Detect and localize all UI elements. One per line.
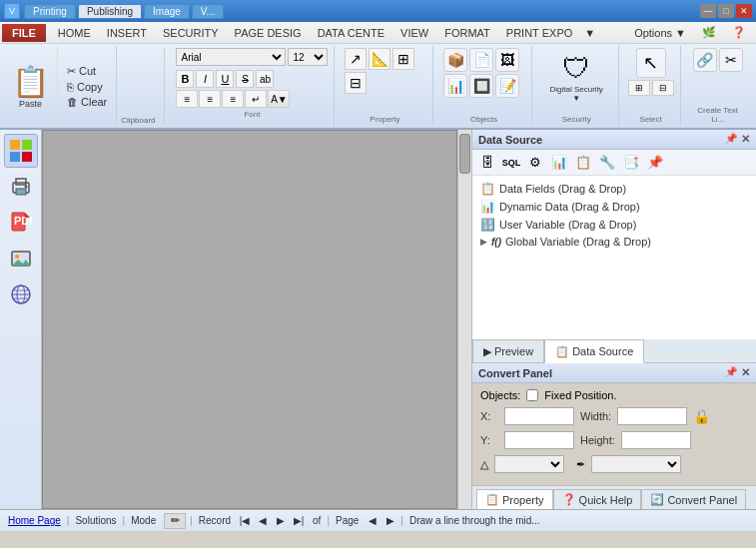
color-squares-tool[interactable] [4,134,38,168]
menu-more[interactable]: ▼ [580,24,599,42]
page-next[interactable]: ▶ [382,513,398,529]
mode-status[interactable]: Mode [127,515,160,526]
convert-pin-button[interactable]: 📌 [725,366,737,379]
ds-tool-sql[interactable]: SQL [500,153,522,173]
text-link-btn2[interactable]: ✂ [719,48,743,72]
menu-options[interactable]: Options ▼ [626,24,694,42]
mode-icon[interactable]: ✏ [164,513,186,529]
title-tab-printing[interactable]: Printing [24,4,76,19]
prop-btn3[interactable]: ⊞ [392,48,414,70]
ds-tool-filter[interactable]: ⚙ [524,153,546,173]
title-tab-image[interactable]: Image [144,4,190,19]
obj-btn4[interactable]: 📊 [443,74,467,98]
page-prev[interactable]: ◀ [365,513,380,529]
prop-btn2[interactable]: 📐 [369,48,390,70]
menu-security[interactable]: SECURITY [155,24,227,42]
pin-button[interactable]: 📌 [725,133,737,146]
scroll-thumb[interactable] [459,134,470,174]
text-link-btn1[interactable]: 🔗 [693,48,717,72]
nav-last[interactable]: ▶| [291,513,307,529]
obj-btn5[interactable]: 🔲 [469,74,493,98]
ds-tool-db[interactable]: 🗄 [476,153,498,173]
maximize-button[interactable]: □ [718,4,734,18]
preview-tab[interactable]: ▶ Preview [472,339,544,362]
cut-button[interactable]: ✂ Cut [64,64,110,79]
fixed-position-checkbox[interactable] [526,389,538,401]
menu-insert[interactable]: INSERT [99,24,155,42]
strikethrough-button[interactable]: S [236,70,254,88]
menu-home[interactable]: HOME [50,24,99,42]
align-left-btn[interactable]: ≡ [176,90,198,108]
menu-data-center[interactable]: DATA CENTE [310,24,392,42]
title-tab-v[interactable]: V... [192,4,224,19]
property-tab[interactable]: 📋 Property [476,489,553,509]
menu-format[interactable]: FORMAT [436,24,498,42]
menu-page-design[interactable]: PAGE DESIG [227,24,310,42]
menu-view[interactable]: VIEW [392,24,436,42]
minimize-button[interactable]: — [700,4,716,18]
underline-button[interactable]: U [216,70,234,88]
menu-print-export[interactable]: PRINT EXPO [498,24,580,42]
y-input[interactable] [504,431,574,449]
ds-tool-wrench[interactable]: 🔧 [596,153,618,173]
height-input[interactable] [621,431,691,449]
quick-help-tab[interactable]: ❓ Quick Help [553,489,642,509]
image-tool[interactable] [4,242,38,275]
menu-help[interactable]: ❓ [724,24,754,42]
select-cursor-btn[interactable]: ↖ [636,48,666,78]
copy-button[interactable]: ⎘ Copy [64,80,110,94]
data-source-tab[interactable]: 📋 Data Source [544,339,644,363]
font-name-select[interactable]: Arial [176,48,286,66]
tree-item-data-fields[interactable]: 📋 Data Fields (Drag & Drop) [472,180,756,198]
ds-tool-doc[interactable]: 📑 [620,153,642,173]
prop-btn4[interactable]: ⊟ [345,72,367,94]
line-select[interactable] [591,455,681,473]
menu-icon1[interactable]: 🌿 [694,24,724,42]
x-input[interactable] [504,407,574,425]
solutions-status[interactable]: Solutions [71,515,120,526]
nav-next[interactable]: ▶ [273,513,289,529]
indent-btn[interactable]: ↵ [245,90,267,108]
close-button[interactable]: ✕ [736,4,752,18]
align-right-btn[interactable]: ≡ [222,90,244,108]
obj-btn2[interactable]: 📄 [469,48,493,72]
pdf-tool[interactable]: PDF [4,206,38,240]
obj-btn6[interactable]: 📝 [495,74,519,98]
nav-prev[interactable]: ◀ [255,513,271,529]
ds-tool-clipboard[interactable]: 📋 [572,153,594,173]
tree-item-dynamic-data[interactable]: 📊 Dynamic Data (Drag & Drop) [472,198,756,216]
prop-btn1[interactable]: ↗ [345,48,367,70]
clear-button[interactable]: 🗑 Clear [64,95,110,109]
italic-button[interactable]: I [196,70,214,88]
print-tool[interactable] [4,170,38,204]
data-source-close-button[interactable]: ✕ [741,133,750,146]
home-page-status[interactable]: Home Page [4,515,65,526]
font-size-select[interactable]: 12 [288,48,328,66]
align-center-btn[interactable]: ≡ [199,90,221,108]
obj-btn1[interactable]: 📦 [443,48,467,72]
font-btn5[interactable]: ab [256,70,274,88]
objects-row: Objects: Fixed Position. [480,389,748,401]
canvas-scrollbar[interactable] [457,130,471,509]
color-btn[interactable]: A▼ [268,90,290,108]
web-tool[interactable] [4,277,38,311]
width-input[interactable] [617,407,687,425]
select-btn3[interactable]: ⊟ [652,80,674,96]
tree-item-global-variable[interactable]: ▶ f() Global Variable (Drag & Drop) [472,234,756,250]
digital-security-button[interactable]: 🛡 Digital Security ▼ [542,48,609,107]
tree-item-user-variable[interactable]: 🔢 User Variable (Drag & Drop) [472,216,756,234]
file-menu[interactable]: FILE [2,24,46,42]
create-text-link-label: Create Text Li... [691,106,744,124]
convert-panel-tab[interactable]: 🔄 Convert Panel [641,489,746,509]
obj-btn3[interactable]: 🖼 [495,48,519,72]
ds-tool-chart[interactable]: 📊 [548,153,570,173]
bold-button[interactable]: B [176,70,194,88]
select-btn2[interactable]: ⊞ [628,80,650,96]
nav-first[interactable]: |◀ [237,513,253,529]
angle-select[interactable] [494,455,564,473]
convert-panel-header: Convert Panel 📌 ✕ [472,363,756,383]
ds-tool-pin[interactable]: 📌 [644,153,666,173]
title-tab-publishing[interactable]: Publishing [78,4,142,19]
paste-button[interactable]: 📋 Paste [4,46,58,126]
convert-close-button[interactable]: ✕ [741,366,750,379]
